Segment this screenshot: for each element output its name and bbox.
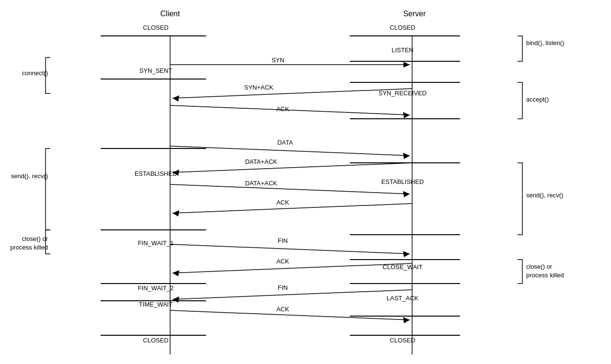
client-state-fin-wait-2: FIN_WAIT_2 (105, 284, 206, 292)
client-state-closed-top: CLOSED (105, 24, 206, 31)
msg-ack-2: ACK (268, 199, 297, 206)
server-state-close-wait: CLOSE_WAIT (350, 263, 455, 271)
svg-line-29 (170, 184, 410, 194)
client-state-time-wait: TIME_WAIT (105, 301, 206, 308)
msg-data-ack-2: DATA+ACK (235, 180, 288, 187)
svg-marker-34 (403, 251, 410, 257)
diagram-svg (0, 0, 611, 364)
svg-marker-36 (173, 270, 179, 276)
svg-marker-20 (403, 62, 410, 68)
msg-fin-1: FIN (268, 237, 297, 244)
msg-ack-3: ACK (268, 258, 297, 265)
annotation-accept: accept() (526, 96, 608, 103)
msg-ack-1: ACK (268, 105, 297, 113)
client-state-syn-sent: SYN_SENT (105, 67, 206, 74)
svg-marker-32 (173, 210, 179, 216)
annotation-bind-listen: bind(), listen() (526, 39, 608, 46)
client-state-closed-bottom: CLOSED (105, 337, 206, 344)
svg-marker-24 (403, 112, 410, 118)
client-label: Client (134, 10, 206, 18)
server-state-syn-received: SYN_RECEIVED (350, 90, 455, 97)
server-state-listen: LISTEN (350, 46, 455, 54)
annotation-send-recv-client: send(), recv() (2, 172, 48, 180)
msg-ack-4: ACK (268, 306, 297, 313)
svg-line-33 (170, 244, 410, 254)
server-state-last-ack: LAST_ACK (350, 295, 455, 302)
svg-marker-30 (403, 191, 410, 197)
annotation-close-client: close() orprocess killed (2, 235, 48, 252)
server-state-closed-bottom: CLOSED (350, 337, 455, 344)
svg-marker-40 (403, 317, 410, 323)
msg-data-ack-1: DATA+ACK (235, 158, 288, 165)
annotation-send-recv-server: send(), recv() (526, 192, 608, 199)
svg-marker-26 (403, 153, 410, 159)
annotation-connect: connect() (2, 69, 48, 77)
msg-data: DATA (266, 139, 304, 146)
annotation-close-server: close() orprocess killed (526, 262, 608, 280)
server-label: Server (379, 10, 450, 18)
tcp-diagram: Client Server CLOSED SYN_SENT ESTABLISHE… (0, 0, 611, 364)
svg-line-27 (173, 163, 412, 172)
server-state-closed-top: CLOSED (350, 24, 455, 31)
msg-syn-ack: SYN+ACK (235, 84, 283, 91)
msg-fin-2: FIN (268, 284, 297, 291)
svg-marker-22 (173, 95, 179, 102)
client-state-fin-wait-1: FIN_WAIT_1 (105, 239, 206, 247)
msg-syn: SYN (259, 57, 297, 64)
svg-line-25 (170, 146, 410, 156)
server-state-established: ESTABLISHED (350, 178, 455, 185)
client-state-established: ESTABLISHED (105, 170, 206, 177)
